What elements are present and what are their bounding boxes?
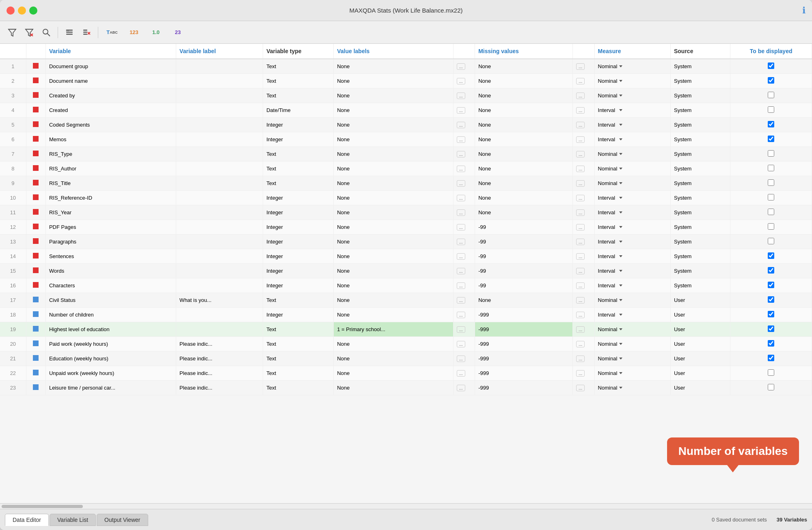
- measure-select[interactable]: NominalOrdinalIntervalRatio: [598, 195, 623, 201]
- measure-select[interactable]: NominalOrdinalIntervalRatio: [598, 122, 623, 128]
- measure-cell[interactable]: NominalOrdinalIntervalRatio: [594, 322, 670, 337]
- col-header-variable[interactable]: Variable: [45, 44, 176, 59]
- missing-values-dots-button[interactable]: ...: [576, 385, 585, 391]
- value-labels-dots-button[interactable]: ...: [457, 195, 465, 201]
- value-labels-dots-button[interactable]: ...: [457, 239, 465, 245]
- measure-cell[interactable]: NominalOrdinalIntervalRatio: [594, 132, 670, 147]
- missing-values-dots-cell[interactable]: ...: [573, 351, 595, 366]
- display-checkbox-cell[interactable]: [730, 132, 812, 147]
- display-checkbox[interactable]: [768, 150, 774, 157]
- measure-cell[interactable]: NominalOrdinalIntervalRatio: [594, 293, 670, 308]
- missing-values-dots-button[interactable]: ...: [576, 355, 585, 362]
- display-checkbox-cell[interactable]: [730, 235, 812, 249]
- col-header-type[interactable]: Variable type: [263, 44, 334, 59]
- missing-values-dots-button[interactable]: ...: [576, 78, 585, 84]
- missing-values-dots-cell[interactable]: ...: [573, 118, 595, 132]
- missing-values-dots-button[interactable]: ...: [576, 63, 585, 70]
- missing-values-dots-cell[interactable]: ...: [573, 220, 595, 235]
- display-checkbox-cell[interactable]: [730, 176, 812, 191]
- measure-select[interactable]: NominalOrdinalIntervalRatio: [598, 166, 623, 172]
- value-labels-dots-cell[interactable]: ...: [453, 249, 475, 264]
- display-checkbox[interactable]: [768, 77, 774, 84]
- measure-cell[interactable]: NominalOrdinalIntervalRatio: [594, 118, 670, 132]
- measure-select[interactable]: NominalOrdinalIntervalRatio: [598, 136, 623, 142]
- display-checkbox[interactable]: [768, 282, 774, 288]
- value-labels-dots-cell[interactable]: ...: [453, 308, 475, 322]
- value-labels-dots-cell[interactable]: ...: [453, 381, 475, 395]
- measure-select[interactable]: NominalOrdinalIntervalRatio: [598, 253, 623, 259]
- value-labels-dots-cell[interactable]: ...: [453, 235, 475, 249]
- display-checkbox-cell[interactable]: [730, 278, 812, 293]
- measure-select[interactable]: NominalOrdinalIntervalRatio: [598, 268, 623, 274]
- measure-cell[interactable]: NominalOrdinalIntervalRatio: [594, 264, 670, 278]
- col-header-values[interactable]: Value labels: [334, 44, 453, 59]
- missing-values-dots-cell[interactable]: ...: [573, 205, 595, 220]
- measure-cell[interactable]: NominalOrdinalIntervalRatio: [594, 74, 670, 88]
- tab-output-viewer[interactable]: Output Viewer: [97, 514, 148, 526]
- missing-values-dots-button[interactable]: ...: [576, 166, 585, 172]
- missing-values-dots-cell[interactable]: ...: [573, 366, 595, 381]
- missing-values-dots-cell[interactable]: ...: [573, 162, 595, 176]
- text-type-button[interactable]: T ABC: [102, 25, 122, 40]
- measure-select[interactable]: NominalOrdinalIntervalRatio: [598, 385, 623, 391]
- missing-values-dots-cell[interactable]: ...: [573, 88, 595, 103]
- value-labels-dots-cell[interactable]: ...: [453, 74, 475, 88]
- display-checkbox-cell[interactable]: [730, 162, 812, 176]
- measure-cell[interactable]: NominalOrdinalIntervalRatio: [594, 191, 670, 205]
- display-checkbox-cell[interactable]: [730, 293, 812, 308]
- display-checkbox-cell[interactable]: [730, 366, 812, 381]
- missing-values-dots-button[interactable]: ...: [576, 268, 585, 274]
- filter-button[interactable]: [5, 25, 19, 40]
- measure-cell[interactable]: NominalOrdinalIntervalRatio: [594, 381, 670, 395]
- missing-values-dots-button[interactable]: ...: [576, 297, 585, 304]
- value-labels-dots-cell[interactable]: ...: [453, 162, 475, 176]
- measure-cell[interactable]: NominalOrdinalIntervalRatio: [594, 205, 670, 220]
- float-type-button[interactable]: 1.0: [146, 25, 166, 40]
- value-labels-dots-button[interactable]: ...: [457, 93, 465, 99]
- display-checkbox[interactable]: [768, 223, 774, 230]
- value-labels-dots-button[interactable]: ...: [457, 166, 465, 172]
- display-checkbox[interactable]: [768, 209, 774, 215]
- col-header-missing[interactable]: Missing values: [475, 44, 573, 59]
- clear-filter-button[interactable]: [22, 25, 37, 40]
- display-checkbox[interactable]: [768, 179, 774, 186]
- missing-values-dots-button[interactable]: ...: [576, 107, 585, 114]
- display-checkbox[interactable]: [768, 355, 774, 361]
- missing-values-dots-cell[interactable]: ...: [573, 235, 595, 249]
- display-checkbox[interactable]: [768, 136, 774, 142]
- value-labels-dots-cell[interactable]: ...: [453, 264, 475, 278]
- measure-cell[interactable]: NominalOrdinalIntervalRatio: [594, 278, 670, 293]
- display-checkbox[interactable]: [768, 267, 774, 274]
- value-labels-dots-cell[interactable]: ...: [453, 103, 475, 118]
- measure-cell[interactable]: NominalOrdinalIntervalRatio: [594, 235, 670, 249]
- measure-cell[interactable]: NominalOrdinalIntervalRatio: [594, 308, 670, 322]
- maximize-button[interactable]: [29, 6, 37, 15]
- display-checkbox[interactable]: [768, 296, 774, 303]
- measure-cell[interactable]: NominalOrdinalIntervalRatio: [594, 147, 670, 162]
- measure-select[interactable]: NominalOrdinalIntervalRatio: [598, 107, 623, 113]
- missing-values-dots-button[interactable]: ...: [576, 326, 585, 333]
- missing-values-dots-button[interactable]: ...: [576, 136, 585, 143]
- measure-select[interactable]: NominalOrdinalIntervalRatio: [598, 78, 623, 84]
- value-labels-dots-button[interactable]: ...: [457, 385, 465, 391]
- missing-values-dots-button[interactable]: ...: [576, 312, 585, 318]
- display-checkbox[interactable]: [768, 194, 774, 200]
- value-labels-dots-cell[interactable]: ...: [453, 351, 475, 366]
- missing-values-dots-cell[interactable]: ...: [573, 176, 595, 191]
- value-labels-dots-cell[interactable]: ...: [453, 132, 475, 147]
- missing-values-dots-cell[interactable]: ...: [573, 191, 595, 205]
- missing-values-dots-cell[interactable]: ...: [573, 147, 595, 162]
- missing-values-dots-button[interactable]: ...: [576, 253, 585, 260]
- measure-select[interactable]: NominalOrdinalIntervalRatio: [598, 341, 623, 347]
- display-checkbox-cell[interactable]: [730, 118, 812, 132]
- display-checkbox-cell[interactable]: [730, 59, 812, 74]
- measure-select[interactable]: NominalOrdinalIntervalRatio: [598, 209, 623, 215]
- display-checkbox[interactable]: [768, 121, 774, 127]
- missing-values-dots-cell[interactable]: ...: [573, 132, 595, 147]
- clear-all-button[interactable]: [79, 25, 94, 40]
- value-labels-dots-button[interactable]: ...: [457, 312, 465, 318]
- integer-type-button[interactable]: 123: [124, 25, 144, 40]
- missing-values-dots-button[interactable]: ...: [576, 341, 585, 347]
- missing-values-dots-button[interactable]: ...: [576, 195, 585, 201]
- value-labels-dots-cell[interactable]: ...: [453, 278, 475, 293]
